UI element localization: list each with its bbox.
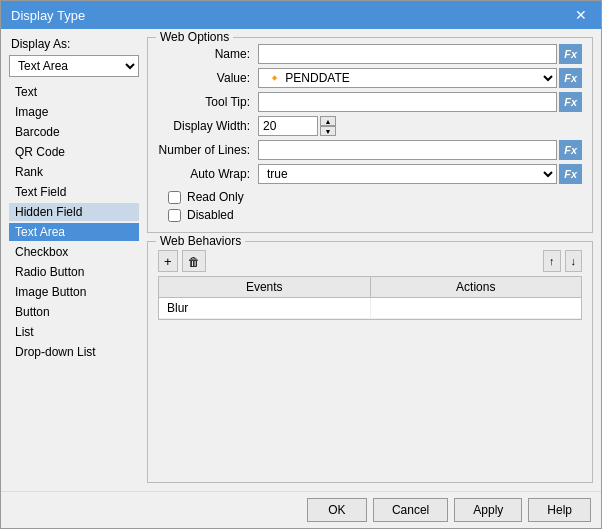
right-panel: Web Options Name: Fx Value: 🔸 PENDDATE (147, 37, 593, 483)
disabled-row: Disabled (168, 208, 582, 222)
web-options-section: Web Options Name: Fx Value: 🔸 PENDDATE (147, 37, 593, 233)
toolbar-right: ↑ ↓ (543, 250, 582, 272)
apply-button[interactable]: Apply (454, 498, 522, 522)
name-row: Name: Fx (158, 44, 582, 64)
tooltip-row: Tool Tip: Fx (158, 92, 582, 112)
display-width-spinner: ▲ ▼ (258, 116, 582, 136)
action-cell (371, 298, 582, 318)
event-cell: Blur (159, 298, 371, 318)
list-item[interactable]: Button (9, 303, 139, 321)
spinner-down-button[interactable]: ▼ (320, 126, 336, 136)
title-bar: Display Type ✕ (1, 1, 601, 29)
list-item[interactable]: List (9, 323, 139, 341)
list-item[interactable]: Barcode (9, 123, 139, 141)
name-input-group: Fx (258, 44, 582, 64)
dialog-body: Display As: Text Area Text Image Barcode… (1, 29, 601, 491)
cancel-button[interactable]: Cancel (373, 498, 448, 522)
move-down-button[interactable]: ↓ (565, 250, 583, 272)
checkboxes-group: Read Only Disabled (158, 190, 582, 222)
tooltip-input-group: Fx (258, 92, 582, 112)
num-lines-row: Number of Lines: Fx (158, 140, 582, 160)
display-width-input[interactable] (258, 116, 318, 136)
list-item[interactable]: Image Button (9, 283, 139, 301)
value-label: Value: (158, 71, 258, 85)
read-only-row: Read Only (168, 190, 582, 204)
list-item[interactable]: Image (9, 103, 139, 121)
spinner-buttons: ▲ ▼ (320, 116, 336, 136)
fx-name-button[interactable]: Fx (559, 44, 582, 64)
num-lines-input-group: Fx (258, 140, 582, 160)
list-item[interactable]: Checkbox (9, 243, 139, 261)
disabled-label: Disabled (187, 208, 234, 222)
num-lines-label: Number of Lines: (158, 143, 258, 157)
read-only-checkbox[interactable] (168, 191, 181, 204)
list-item-hidden-field[interactable]: Hidden Field (9, 203, 139, 221)
list-item[interactable]: Text (9, 83, 139, 101)
display-width-label: Display Width: (158, 119, 258, 133)
value-select[interactable]: 🔸 PENDDATE (258, 68, 557, 88)
fx-lines-button[interactable]: Fx (559, 140, 582, 160)
fx-value-button[interactable]: Fx (559, 68, 582, 88)
web-options-title: Web Options (156, 30, 233, 44)
dialog-footer: OK Cancel Apply Help (1, 491, 601, 528)
list-item[interactable]: Text Field (9, 183, 139, 201)
spinner-up-button[interactable]: ▲ (320, 116, 336, 126)
toolbar-left: + 🗑 (158, 250, 206, 272)
table-header: Events Actions (159, 277, 581, 298)
help-button[interactable]: Help (528, 498, 591, 522)
fx-tooltip-button[interactable]: Fx (559, 92, 582, 112)
num-lines-input[interactable] (258, 140, 557, 160)
display-as-label: Display As: (9, 37, 139, 51)
web-behaviors-section: Web Behaviors + 🗑 ↑ ↓ Events (147, 241, 593, 483)
left-panel: Display As: Text Area Text Image Barcode… (9, 37, 139, 483)
display-width-row: Display Width: ▲ ▼ (158, 116, 582, 136)
tooltip-input[interactable] (258, 92, 557, 112)
disabled-checkbox[interactable] (168, 209, 181, 222)
name-input[interactable] (258, 44, 557, 64)
list-item[interactable]: QR Code (9, 143, 139, 161)
list-item[interactable]: Drop-down List (9, 343, 139, 361)
auto-wrap-label: Auto Wrap: (158, 167, 258, 181)
read-only-label: Read Only (187, 190, 244, 204)
value-input-group: 🔸 PENDDATE Fx (258, 68, 582, 88)
list-item[interactable]: Rank (9, 163, 139, 181)
col-actions: Actions (371, 277, 582, 297)
behaviors-table: Events Actions Blur (158, 276, 582, 320)
name-label: Name: (158, 47, 258, 61)
fx-auto-wrap-button[interactable]: Fx (559, 164, 582, 184)
display-as-select[interactable]: Text Area (9, 55, 139, 77)
auto-wrap-input-group: true false Fx (258, 164, 582, 184)
auto-wrap-row: Auto Wrap: true false Fx (158, 164, 582, 184)
ok-button[interactable]: OK (307, 498, 367, 522)
col-events: Events (159, 277, 371, 297)
display-type-dialog: Display Type ✕ Display As: Text Area Tex… (0, 0, 602, 529)
list-item[interactable]: Radio Button (9, 263, 139, 281)
add-behavior-button[interactable]: + (158, 250, 178, 272)
value-row: Value: 🔸 PENDDATE Fx (158, 68, 582, 88)
dialog-title: Display Type (11, 8, 85, 23)
table-row[interactable]: Blur (159, 298, 581, 319)
delete-behavior-button[interactable]: 🗑 (182, 250, 206, 272)
behaviors-toolbar: + 🗑 ↑ ↓ (158, 250, 582, 272)
delete-icon: 🗑 (188, 255, 200, 269)
auto-wrap-select[interactable]: true false (258, 164, 557, 184)
web-behaviors-title: Web Behaviors (156, 234, 245, 248)
move-up-button[interactable]: ↑ (543, 250, 561, 272)
close-button[interactable]: ✕ (571, 7, 591, 23)
tooltip-label: Tool Tip: (158, 95, 258, 109)
list-item-text-area[interactable]: Text Area (9, 223, 139, 241)
